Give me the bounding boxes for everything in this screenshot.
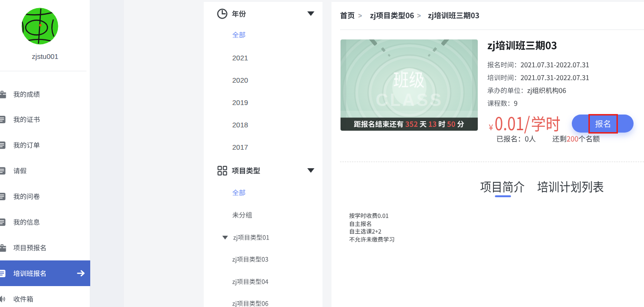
svg-text:CLASS: CLASS bbox=[376, 90, 443, 110]
